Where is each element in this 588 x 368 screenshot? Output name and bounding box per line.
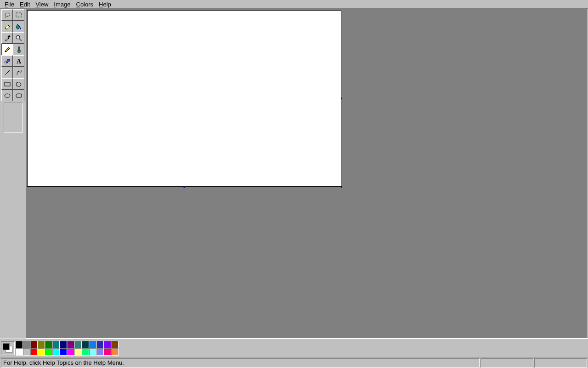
svg-point-12 [5,94,10,98]
color-swatch-25[interactable] [96,348,104,356]
menu-file[interactable]: File [2,0,17,9]
menu-view[interactable]: View [33,0,51,9]
canvas[interactable] [27,10,341,187]
color-swatch-22[interactable] [74,348,82,356]
color-swatch-14[interactable] [16,348,23,356]
color-swatch-26[interactable] [104,348,111,356]
fill-icon [15,23,23,30]
color-swatch-18[interactable] [45,348,52,356]
menu-edit[interactable]: Edit [17,0,33,9]
svg-point-7 [4,62,5,63]
resize-handle-bottom[interactable] [184,186,185,188]
tool-rect-select[interactable] [13,9,24,21]
status-coords [481,358,533,368]
canvas-work-area [26,9,588,339]
color-swatch-27[interactable] [111,348,119,356]
polygon-icon [15,80,23,88]
menu-image[interactable]: Image [51,0,73,9]
brush-icon [15,46,23,53]
svg-line-3 [19,39,22,41]
eraser-icon [4,23,11,30]
tool-brush[interactable] [13,44,24,55]
color-swatch-20[interactable] [60,348,67,356]
svg-rect-0 [16,13,22,17]
color-palette-panel [0,339,588,357]
tool-rectangle[interactable] [1,78,13,90]
rect-select-icon [15,12,23,19]
color-swatch-12[interactable] [104,341,111,348]
tool-text[interactable]: A [13,55,24,67]
tool-curve[interactable] [13,67,24,78]
pencil-icon [4,46,11,53]
color-swatch-13[interactable] [111,341,119,348]
tool-fill[interactable] [13,21,24,32]
color-swatch-3[interactable] [38,341,45,348]
color-swatch-23[interactable] [82,348,89,356]
color-swatch-15[interactable] [23,348,30,356]
resize-handle-corner[interactable] [341,186,342,188]
tool-picker[interactable] [1,32,13,44]
tool-eraser[interactable] [1,21,13,32]
svg-point-8 [6,63,6,63]
color-swatch-5[interactable] [52,341,60,348]
color-swatch-4[interactable] [45,341,52,348]
color-swatch-6[interactable] [60,341,67,348]
svg-rect-13 [16,94,22,98]
color-swatch-10[interactable] [89,341,96,348]
toolbox: A [0,9,26,339]
tool-free-select[interactable] [1,9,13,21]
line-icon [4,69,11,76]
color-swatch-11[interactable] [96,341,104,348]
tool-ellipse[interactable] [1,90,13,101]
svg-point-6 [5,61,6,62]
status-text: For Help, click Help Topics on the Help … [1,358,480,368]
tool-magnifier[interactable] [13,32,24,44]
airbrush-icon [4,58,11,65]
tool-polygon[interactable] [13,78,24,90]
svg-point-5 [5,60,6,61]
color-swatch-16[interactable] [30,348,38,356]
free-select-icon [4,12,11,19]
color-swatch-1[interactable] [23,341,30,348]
menu-help[interactable]: Help [96,0,114,9]
menu-colors[interactable]: Colors [73,0,96,9]
svg-line-10 [5,70,10,75]
color-swatch-24[interactable] [89,348,96,356]
color-swatch-17[interactable] [38,348,45,356]
rounded-rect-icon [15,92,23,99]
curve-icon [15,69,23,76]
ellipse-icon [4,92,11,99]
tool-rounded-rect[interactable] [13,90,24,101]
color-swatch-19[interactable] [52,348,60,356]
color-swatch-9[interactable] [82,341,89,348]
status-size [534,358,587,368]
svg-point-2 [16,35,20,39]
color-swatch-2[interactable] [30,341,38,348]
svg-rect-1 [7,35,10,38]
color-palette [16,341,119,356]
text-icon: A [15,58,23,65]
tool-options [4,103,23,133]
tool-pencil[interactable] [1,44,13,55]
color-swatch-0[interactable] [16,341,23,348]
color-indicator[interactable] [1,341,15,355]
svg-rect-11 [5,82,10,86]
tool-line[interactable] [1,67,13,78]
menubar: File Edit View Image Colors Help [0,0,588,9]
color-swatch-7[interactable] [67,341,74,348]
rectangle-icon [4,80,11,88]
tool-airbrush[interactable] [1,55,13,67]
resize-handle-right[interactable] [341,98,342,99]
magnifier-icon [15,34,23,42]
color-swatch-8[interactable] [74,341,82,348]
statusbar: For Help, click Help Topics on the Help … [0,357,588,368]
foreground-color-swatch[interactable] [3,343,10,350]
color-swatch-21[interactable] [67,348,74,356]
picker-icon [4,34,11,42]
svg-text:A: A [16,58,21,65]
svg-rect-4 [18,47,20,50]
